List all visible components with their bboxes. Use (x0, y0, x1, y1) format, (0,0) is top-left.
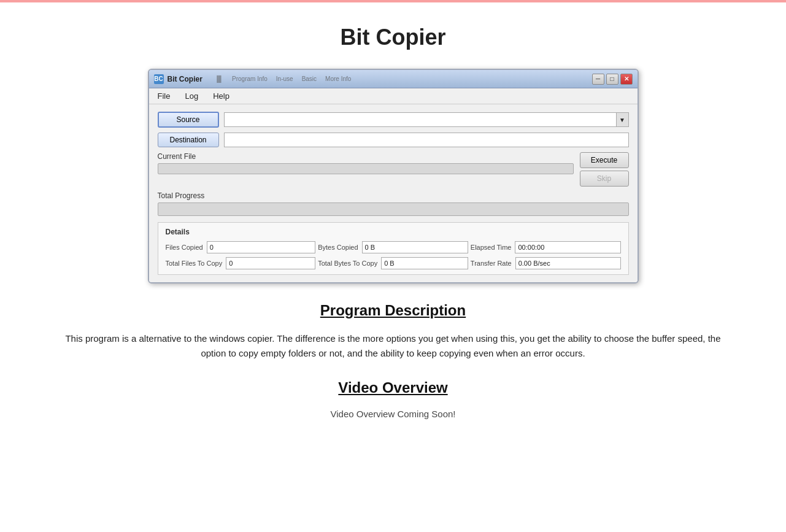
video-overview-heading: Video Overview (25, 379, 761, 396)
execute-button[interactable]: Execute (580, 152, 629, 168)
source-input[interactable] (225, 113, 616, 126)
details-label: Details (166, 228, 621, 236)
maximize-button[interactable]: □ (606, 74, 618, 85)
files-copied-value: 0 (207, 241, 316, 253)
total-bytes-label: Total Bytes To Copy (318, 260, 377, 267)
destination-row: Destination (158, 133, 629, 147)
destination-input[interactable] (224, 133, 629, 147)
elapsed-time-item: Elapsed Time 00:00:00 (471, 241, 621, 253)
transfer-rate-label: Transfer Rate (471, 260, 512, 267)
top-border (0, 0, 786, 2)
menu-help[interactable]: Help (210, 90, 232, 102)
taskbar-item-2: Program Info (232, 75, 268, 82)
minimize-button[interactable]: ─ (592, 74, 604, 85)
transfer-rate-value: 0.00 B/sec (515, 257, 621, 269)
page-wrapper: Bit Copier BC Bit Copier ▐▌ Program Info… (0, 0, 786, 444)
total-progress-label: Total Progress (158, 191, 629, 200)
menu-file[interactable]: File (155, 90, 173, 102)
total-files-item: Total Files To Copy 0 (166, 257, 316, 269)
app-window: BC Bit Copier ▐▌ Program Info In-use Bas… (148, 69, 639, 283)
exec-skip-buttons: Execute Skip (580, 152, 629, 187)
elapsed-time-value: 00:00:00 (515, 241, 620, 253)
total-bytes-item: Total Bytes To Copy 0 B (318, 257, 468, 269)
program-description-heading: Program Description (25, 302, 761, 319)
files-copied-item: Files Copied 0 (166, 241, 316, 253)
title-bar-left: BC Bit Copier (154, 74, 202, 84)
total-files-label: Total Files To Copy (166, 260, 223, 267)
details-section: Details Files Copied 0 Bytes Copied 0 B (158, 222, 629, 275)
page-title: Bit Copier (25, 12, 761, 69)
execute-section: Current File Execute Skip (158, 152, 629, 187)
close-button[interactable]: ✕ (620, 74, 633, 85)
source-dropdown-arrow[interactable]: ▼ (616, 113, 628, 126)
taskbar-item-1: ▐▌ (215, 75, 223, 82)
menu-bar: File Log Help (149, 88, 638, 104)
details-grid: Files Copied 0 Bytes Copied 0 B Elapsed … (166, 241, 621, 269)
video-overview-text: Video Overview Coming Soon! (25, 409, 761, 419)
bytes-copied-value: 0 B (362, 241, 468, 253)
current-file-label: Current File (158, 152, 574, 161)
source-button[interactable]: Source (158, 112, 219, 128)
taskbar-item-5: More Info (325, 75, 351, 82)
elapsed-time-label: Elapsed Time (471, 244, 512, 251)
transfer-rate-item: Transfer Rate 0.00 B/sec (471, 257, 621, 269)
destination-button[interactable]: Destination (158, 133, 219, 147)
taskbar-item-3: In-use (276, 75, 293, 82)
app-icon: BC (154, 74, 164, 84)
files-copied-label: Files Copied (166, 244, 203, 251)
current-file-section: Current File (158, 152, 574, 187)
title-bar-title: Bit Copier (168, 75, 202, 83)
current-file-progress-bar (158, 163, 574, 174)
title-bar-extras: ▐▌ Program Info In-use Basic More Info (202, 75, 592, 82)
source-input-wrapper: ▼ (224, 112, 629, 127)
total-progress-section: Total Progress (158, 191, 629, 216)
total-progress-bar (158, 202, 629, 216)
total-bytes-value: 0 B (381, 257, 468, 269)
source-row: Source ▼ (158, 112, 629, 128)
app-window-container: BC Bit Copier ▐▌ Program Info In-use Bas… (25, 69, 761, 283)
title-bar-controls: ─ □ ✕ (592, 74, 633, 85)
title-bar: BC Bit Copier ▐▌ Program Info In-use Bas… (149, 70, 638, 88)
bytes-copied-label: Bytes Copied (318, 244, 358, 251)
taskbar-item-4: Basic (302, 75, 317, 82)
skip-button[interactable]: Skip (580, 171, 629, 187)
total-files-value: 0 (226, 257, 315, 269)
menu-log[interactable]: Log (182, 90, 201, 102)
bytes-copied-item: Bytes Copied 0 B (318, 241, 468, 253)
app-content: Source ▼ Destination Current File (149, 104, 638, 282)
program-description-text: This program is a alternative to the win… (56, 331, 731, 361)
